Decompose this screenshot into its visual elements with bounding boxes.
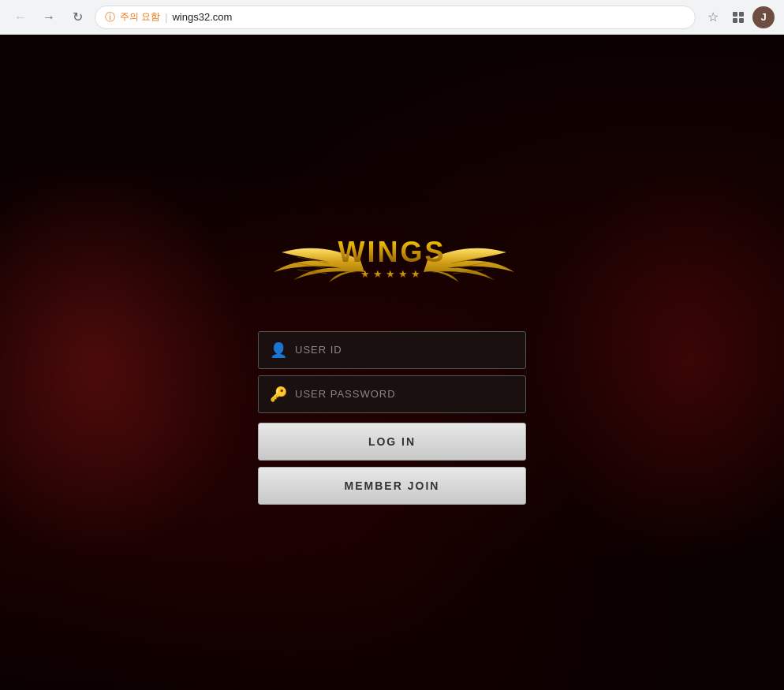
user-avatar[interactable]: J	[752, 6, 775, 28]
tabstrip-button[interactable]	[727, 6, 749, 28]
svg-text:★★★★★: ★★★★★	[360, 268, 424, 280]
svg-text:WINGS: WINGS	[338, 236, 446, 268]
browser-chrome: ← → ↻ ⓘ 주의 요함 | wings32.com ☆ J	[0, 0, 784, 35]
url-separator: |	[165, 12, 167, 23]
user-icon: 👤	[270, 341, 287, 359]
url-domain: wings32.com	[172, 11, 232, 23]
forward-button[interactable]: →	[38, 6, 60, 28]
security-warning-text: 주의 요함	[120, 10, 160, 24]
background-glow-right	[532, 166, 784, 560]
logo-area: WINGS ★★★★★	[258, 221, 526, 300]
security-warning-icon: ⓘ	[105, 10, 115, 24]
svg-rect-3	[739, 18, 744, 23]
svg-rect-1	[739, 12, 744, 17]
user-id-input[interactable]	[295, 344, 514, 356]
user-password-input[interactable]	[295, 388, 514, 400]
svg-rect-2	[733, 18, 737, 23]
browser-action-buttons: ☆ J	[702, 6, 775, 28]
bookmark-button[interactable]: ☆	[702, 6, 724, 28]
login-container: WINGS ★★★★★ 👤 🔑 LOG IN MEMBER JOIN	[254, 221, 530, 505]
logo-svg: WINGS ★★★★★	[258, 221, 526, 300]
lock-icon: 🔑	[270, 386, 287, 403]
member-join-button[interactable]: MEMBER JOIN	[258, 467, 526, 505]
back-button[interactable]: ←	[9, 6, 32, 28]
reload-button[interactable]: ↻	[66, 6, 88, 28]
address-bar[interactable]: ⓘ 주의 요함 | wings32.com	[95, 6, 696, 29]
login-form: 👤 🔑 LOG IN MEMBER JOIN	[258, 331, 526, 505]
login-button[interactable]: LOG IN	[258, 423, 526, 461]
user-id-wrapper: 👤	[258, 331, 526, 369]
user-password-wrapper: 🔑	[258, 375, 526, 413]
page-background: WINGS ★★★★★ 👤 🔑 LOG IN MEMBER JOIN	[0, 35, 784, 690]
svg-rect-0	[733, 12, 737, 17]
background-glow-left	[0, 166, 252, 560]
